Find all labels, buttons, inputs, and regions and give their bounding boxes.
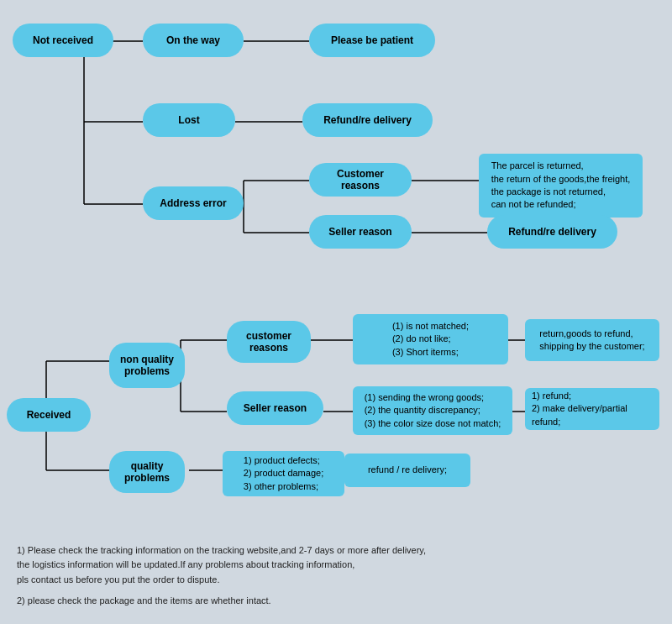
received-node: Received bbox=[7, 398, 91, 432]
customer-reasons-1-node: Customer reasons bbox=[309, 163, 412, 197]
refund-redelivery-2-node: Refund/re delivery bbox=[487, 215, 617, 249]
parcel-returned-node: The parcel is returned, the return of th… bbox=[479, 154, 643, 218]
quality-list-node: 1) product defects; 2) product damage; 3… bbox=[223, 451, 344, 496]
seller-reason-1-node: Seller reason bbox=[309, 215, 412, 249]
connector-lines bbox=[0, 0, 672, 624]
non-quality-node: non quality problems bbox=[109, 343, 185, 388]
not-received-node: Not received bbox=[13, 24, 113, 57]
refund-redelivery-3-node: refund / re delivery; bbox=[344, 454, 470, 487]
diagram-area: Not received On the way Please be patien… bbox=[0, 0, 672, 624]
lost-node: Lost bbox=[143, 103, 235, 137]
address-error-node: Address error bbox=[143, 186, 244, 220]
customer-reasons-2-node: customer reasons bbox=[227, 321, 311, 363]
please-be-patient-node: Please be patient bbox=[309, 24, 435, 57]
quality-node: quality problems bbox=[109, 451, 185, 493]
refund-partial-node: 1) refund; 2) make delivery/partial refu… bbox=[525, 388, 659, 430]
refund-redelivery-1-node: Refund/re delivery bbox=[302, 103, 433, 137]
list1-node: (1) is not matched; (2) do not like; (3)… bbox=[353, 314, 508, 364]
on-the-way-node: On the way bbox=[143, 24, 244, 57]
return-goods-node: return,goods to refund, shipping by the … bbox=[525, 319, 659, 361]
list2-node: (1) sending the wrong goods; (2) the qua… bbox=[353, 386, 512, 435]
seller-reason-2-node: Seller reason bbox=[227, 391, 323, 425]
footer-text: 1) Please check the tracking information… bbox=[17, 543, 426, 609]
